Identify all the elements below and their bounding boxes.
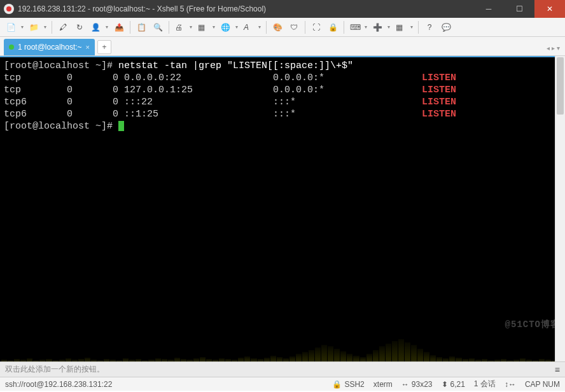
maximize-button[interactable]: ☐ xyxy=(504,0,534,18)
equalizer-decoration xyxy=(0,323,565,361)
open-button[interactable]: 📁 xyxy=(27,20,48,35)
grid-button[interactable]: ▦ xyxy=(393,20,415,35)
vertical-scrollbar[interactable] xyxy=(555,56,565,361)
command-text: netstat -tan |grep "LISTEN[[:space:]]\+$… xyxy=(118,60,353,71)
font-button[interactable]: A xyxy=(241,20,263,35)
copy-button[interactable]: 📋 xyxy=(134,20,149,35)
tab-bar: 1 root@localhost:~ × + ◂ ▸ ▾ xyxy=(0,37,565,56)
shield-button[interactable]: 🛡 xyxy=(286,20,302,35)
status-proto: 🔒 SSH2 xyxy=(332,380,364,389)
window-titlebar: 192.168.238.131:22 - root@localhost:~ - … xyxy=(0,0,565,18)
minimize-button[interactable]: ─ xyxy=(473,0,504,18)
scrollbar-thumb[interactable] xyxy=(557,57,564,115)
fullscreen-button[interactable]: ⛶ xyxy=(309,20,324,35)
add-button[interactable]: ➕ xyxy=(370,20,392,35)
toolbar: 📄 📁 🖍 ↻ 👤 📤 📋 🔍 🖨 ▦ 🌐 A 🎨 🛡 ⛶ 🔒 ⌨ ➕ ▦ ? … xyxy=(0,18,565,37)
cursor xyxy=(118,121,124,131)
find-button[interactable]: 🔍 xyxy=(150,20,165,35)
help-button[interactable]: ? xyxy=(422,20,437,35)
new-tab-button[interactable]: + xyxy=(97,40,111,54)
hamburger-icon[interactable]: ≡ xyxy=(555,365,560,375)
chat-button[interactable]: 💬 xyxy=(438,20,454,35)
highlight-button[interactable]: 🖍 xyxy=(55,20,71,35)
watermark: @51CTO博客 xyxy=(505,319,560,331)
lock-icon[interactable]: 🔒 xyxy=(325,20,340,35)
terminal[interactable]: [root@localhost ~]# netstat -tan |grep "… xyxy=(0,56,565,361)
transfer-button[interactable]: 📤 xyxy=(111,20,127,35)
status-caps: CAP NUM xyxy=(525,380,560,389)
window-title: 192.168.238.131:22 - root@localhost:~ - … xyxy=(18,4,473,13)
reconnect-button[interactable]: ↻ xyxy=(72,20,87,35)
tab-nav[interactable]: ◂ ▸ ▾ xyxy=(547,45,560,52)
status-bar: ssh://root@192.168.238.131:22 🔒 SSH2 xte… xyxy=(0,377,565,391)
status-cursor: ⬍ 6,21 xyxy=(442,380,465,389)
color-button[interactable]: 🎨 xyxy=(270,20,285,35)
profile-button[interactable]: 👤 xyxy=(88,20,110,35)
globe-button[interactable]: 🌐 xyxy=(218,20,240,35)
prompt-2: [root@localhost ~]# xyxy=(4,121,118,132)
status-sessions: 1 会话 xyxy=(474,379,496,389)
close-button[interactable]: ✕ xyxy=(534,0,565,18)
status-uri: ssh://root@192.168.238.131:22 xyxy=(5,380,323,389)
prompt: [root@localhost ~]# xyxy=(4,60,118,71)
new-session-button[interactable]: 📄 xyxy=(4,20,25,35)
layout-button[interactable]: ▦ xyxy=(195,20,217,35)
app-icon xyxy=(4,4,14,14)
status-net-icon: ↕↔ xyxy=(505,380,516,389)
hint-text: 双击此处添加一个新的按钮。 xyxy=(5,364,104,375)
status-term: xterm xyxy=(373,380,393,389)
print-button[interactable]: 🖨 xyxy=(172,20,194,35)
tab-close-icon[interactable]: × xyxy=(86,43,90,51)
session-tab[interactable]: 1 root@localhost:~ × xyxy=(4,39,95,55)
svg-point-0 xyxy=(6,6,11,11)
status-size: ↔ 93x23 xyxy=(401,380,433,389)
connection-status-icon xyxy=(9,45,14,50)
keyboard-button[interactable]: ⌨ xyxy=(347,20,369,35)
hint-bar[interactable]: 双击此处添加一个新的按钮。 ≡ xyxy=(0,361,565,377)
tab-label: 1 root@localhost:~ xyxy=(18,43,82,52)
